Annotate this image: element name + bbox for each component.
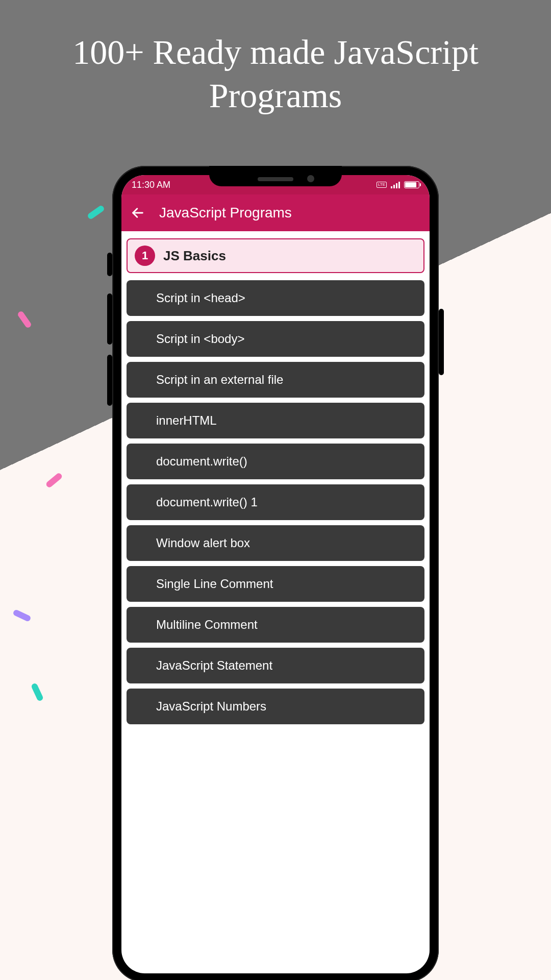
section-title: JS Basics <box>163 248 226 264</box>
list-item-label: document.write() 1 <box>156 495 258 509</box>
list-item[interactable]: Script in <body> <box>127 321 424 357</box>
phone-side-button <box>107 293 112 345</box>
battery-icon <box>404 181 419 188</box>
lte-icon: LTE <box>377 182 387 188</box>
content-area[interactable]: 1 JS Basics Script in <head> Script in <… <box>121 231 430 737</box>
list-item[interactable]: Script in an external file <box>127 362 424 398</box>
list-item-label: Script in <head> <box>156 291 245 305</box>
list-item-label: JavaScript Numbers <box>156 699 266 714</box>
list-item[interactable]: innerHTML <box>127 403 424 438</box>
back-button[interactable] <box>131 206 145 220</box>
section-number-badge: 1 <box>135 246 155 266</box>
phone-side-button <box>439 309 444 375</box>
status-time: 11:30 AM <box>132 180 170 190</box>
list-item[interactable]: Single Line Comment <box>127 566 424 602</box>
list-item-label: innerHTML <box>156 413 217 428</box>
list-item[interactable]: document.write() 1 <box>127 484 424 520</box>
list-item-label: Single Line Comment <box>156 577 273 591</box>
phone-side-button <box>107 253 112 276</box>
phone-speaker <box>258 177 293 181</box>
list-item-label: Script in an external file <box>156 373 283 387</box>
signal-icon <box>391 181 400 188</box>
list-item-label: Multiline Comment <box>156 618 258 632</box>
list-item-label: JavaScript Statement <box>156 658 272 673</box>
status-icons: LTE <box>377 181 419 188</box>
section-header[interactable]: 1 JS Basics <box>127 238 424 273</box>
list-item[interactable]: Multiline Comment <box>127 607 424 643</box>
list-item-label: document.write() <box>156 454 247 469</box>
list-item-label: Window alert box <box>156 536 250 550</box>
list-item[interactable]: JavaScript Statement <box>127 648 424 683</box>
phone-side-button <box>107 355 112 406</box>
list-item-label: Script in <body> <box>156 332 244 346</box>
list-item[interactable]: Script in <head> <box>127 280 424 316</box>
list-item[interactable]: document.write() <box>127 444 424 479</box>
app-title: JavaScript Programs <box>159 205 292 221</box>
phone-screen: 11:30 AM LTE JavaScript Programs 1 JS Ba… <box>121 175 430 973</box>
arrow-left-icon <box>131 206 145 220</box>
phone-frame: 11:30 AM LTE JavaScript Programs 1 JS Ba… <box>112 166 439 980</box>
app-bar: JavaScript Programs <box>121 194 430 231</box>
list-item[interactable]: JavaScript Numbers <box>127 689 424 724</box>
phone-camera <box>307 175 314 182</box>
promo-title: 100+ Ready made JavaScript Programs <box>0 31 551 117</box>
list-item[interactable]: Window alert box <box>127 525 424 561</box>
